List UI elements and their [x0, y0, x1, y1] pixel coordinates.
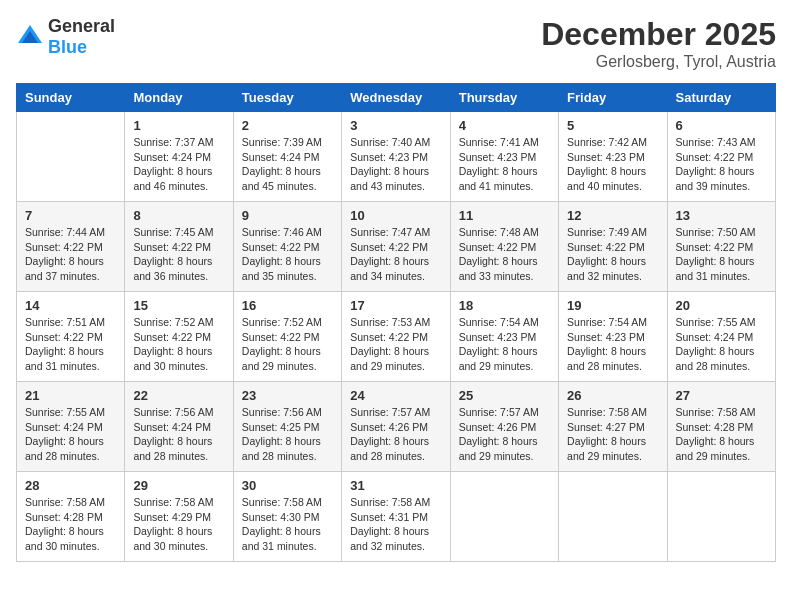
day-number: 6	[676, 118, 767, 133]
day-info: Sunrise: 7:58 AM Sunset: 4:30 PM Dayligh…	[242, 495, 333, 554]
day-cell	[450, 472, 558, 562]
day-info: Sunrise: 7:51 AM Sunset: 4:22 PM Dayligh…	[25, 315, 116, 374]
day-cell: 22Sunrise: 7:56 AM Sunset: 4:24 PM Dayli…	[125, 382, 233, 472]
month-title: December 2025	[541, 16, 776, 53]
day-number: 5	[567, 118, 658, 133]
day-cell: 12Sunrise: 7:49 AM Sunset: 4:22 PM Dayli…	[559, 202, 667, 292]
day-number: 14	[25, 298, 116, 313]
day-cell: 10Sunrise: 7:47 AM Sunset: 4:22 PM Dayli…	[342, 202, 450, 292]
day-number: 18	[459, 298, 550, 313]
day-cell: 3Sunrise: 7:40 AM Sunset: 4:23 PM Daylig…	[342, 112, 450, 202]
day-info: Sunrise: 7:40 AM Sunset: 4:23 PM Dayligh…	[350, 135, 441, 194]
day-info: Sunrise: 7:56 AM Sunset: 4:25 PM Dayligh…	[242, 405, 333, 464]
day-cell: 7Sunrise: 7:44 AM Sunset: 4:22 PM Daylig…	[17, 202, 125, 292]
day-cell: 9Sunrise: 7:46 AM Sunset: 4:22 PM Daylig…	[233, 202, 341, 292]
day-info: Sunrise: 7:58 AM Sunset: 4:29 PM Dayligh…	[133, 495, 224, 554]
day-info: Sunrise: 7:42 AM Sunset: 4:23 PM Dayligh…	[567, 135, 658, 194]
day-info: Sunrise: 7:58 AM Sunset: 4:28 PM Dayligh…	[25, 495, 116, 554]
day-info: Sunrise: 7:55 AM Sunset: 4:24 PM Dayligh…	[25, 405, 116, 464]
day-cell: 26Sunrise: 7:58 AM Sunset: 4:27 PM Dayli…	[559, 382, 667, 472]
day-info: Sunrise: 7:54 AM Sunset: 4:23 PM Dayligh…	[459, 315, 550, 374]
day-info: Sunrise: 7:52 AM Sunset: 4:22 PM Dayligh…	[242, 315, 333, 374]
week-row-1: 1Sunrise: 7:37 AM Sunset: 4:24 PM Daylig…	[17, 112, 776, 202]
day-cell: 2Sunrise: 7:39 AM Sunset: 4:24 PM Daylig…	[233, 112, 341, 202]
title-area: December 2025 Gerlosberg, Tyrol, Austria	[541, 16, 776, 71]
day-info: Sunrise: 7:49 AM Sunset: 4:22 PM Dayligh…	[567, 225, 658, 284]
logo-blue: Blue	[48, 37, 87, 57]
day-number: 7	[25, 208, 116, 223]
day-cell: 16Sunrise: 7:52 AM Sunset: 4:22 PM Dayli…	[233, 292, 341, 382]
logo-general: General	[48, 16, 115, 36]
day-info: Sunrise: 7:55 AM Sunset: 4:24 PM Dayligh…	[676, 315, 767, 374]
day-number: 15	[133, 298, 224, 313]
day-number: 17	[350, 298, 441, 313]
logo: General Blue	[16, 16, 115, 58]
day-cell: 23Sunrise: 7:56 AM Sunset: 4:25 PM Dayli…	[233, 382, 341, 472]
day-number: 25	[459, 388, 550, 403]
day-info: Sunrise: 7:58 AM Sunset: 4:31 PM Dayligh…	[350, 495, 441, 554]
day-info: Sunrise: 7:53 AM Sunset: 4:22 PM Dayligh…	[350, 315, 441, 374]
day-cell: 21Sunrise: 7:55 AM Sunset: 4:24 PM Dayli…	[17, 382, 125, 472]
day-number: 3	[350, 118, 441, 133]
week-row-3: 14Sunrise: 7:51 AM Sunset: 4:22 PM Dayli…	[17, 292, 776, 382]
day-info: Sunrise: 7:50 AM Sunset: 4:22 PM Dayligh…	[676, 225, 767, 284]
day-cell: 30Sunrise: 7:58 AM Sunset: 4:30 PM Dayli…	[233, 472, 341, 562]
day-cell: 15Sunrise: 7:52 AM Sunset: 4:22 PM Dayli…	[125, 292, 233, 382]
day-info: Sunrise: 7:56 AM Sunset: 4:24 PM Dayligh…	[133, 405, 224, 464]
day-info: Sunrise: 7:57 AM Sunset: 4:26 PM Dayligh…	[350, 405, 441, 464]
day-cell: 20Sunrise: 7:55 AM Sunset: 4:24 PM Dayli…	[667, 292, 775, 382]
logo-icon	[16, 23, 44, 51]
day-cell: 24Sunrise: 7:57 AM Sunset: 4:26 PM Dayli…	[342, 382, 450, 472]
day-info: Sunrise: 7:52 AM Sunset: 4:22 PM Dayligh…	[133, 315, 224, 374]
day-number: 12	[567, 208, 658, 223]
day-cell: 1Sunrise: 7:37 AM Sunset: 4:24 PM Daylig…	[125, 112, 233, 202]
day-number: 4	[459, 118, 550, 133]
day-number: 16	[242, 298, 333, 313]
header-saturday: Saturday	[667, 84, 775, 112]
day-number: 21	[25, 388, 116, 403]
day-info: Sunrise: 7:45 AM Sunset: 4:22 PM Dayligh…	[133, 225, 224, 284]
day-cell: 4Sunrise: 7:41 AM Sunset: 4:23 PM Daylig…	[450, 112, 558, 202]
day-cell	[559, 472, 667, 562]
header-monday: Monday	[125, 84, 233, 112]
day-cell	[667, 472, 775, 562]
day-cell: 19Sunrise: 7:54 AM Sunset: 4:23 PM Dayli…	[559, 292, 667, 382]
header-row: SundayMondayTuesdayWednesdayThursdayFrid…	[17, 84, 776, 112]
calendar-table: SundayMondayTuesdayWednesdayThursdayFrid…	[16, 83, 776, 562]
day-cell: 27Sunrise: 7:58 AM Sunset: 4:28 PM Dayli…	[667, 382, 775, 472]
day-cell: 31Sunrise: 7:58 AM Sunset: 4:31 PM Dayli…	[342, 472, 450, 562]
week-row-5: 28Sunrise: 7:58 AM Sunset: 4:28 PM Dayli…	[17, 472, 776, 562]
header-wednesday: Wednesday	[342, 84, 450, 112]
week-row-4: 21Sunrise: 7:55 AM Sunset: 4:24 PM Dayli…	[17, 382, 776, 472]
day-number: 30	[242, 478, 333, 493]
day-cell: 13Sunrise: 7:50 AM Sunset: 4:22 PM Dayli…	[667, 202, 775, 292]
day-number: 8	[133, 208, 224, 223]
header-thursday: Thursday	[450, 84, 558, 112]
day-info: Sunrise: 7:44 AM Sunset: 4:22 PM Dayligh…	[25, 225, 116, 284]
day-number: 26	[567, 388, 658, 403]
day-info: Sunrise: 7:58 AM Sunset: 4:27 PM Dayligh…	[567, 405, 658, 464]
day-number: 28	[25, 478, 116, 493]
day-info: Sunrise: 7:54 AM Sunset: 4:23 PM Dayligh…	[567, 315, 658, 374]
day-number: 10	[350, 208, 441, 223]
header-friday: Friday	[559, 84, 667, 112]
week-row-2: 7Sunrise: 7:44 AM Sunset: 4:22 PM Daylig…	[17, 202, 776, 292]
day-number: 13	[676, 208, 767, 223]
day-number: 20	[676, 298, 767, 313]
day-number: 31	[350, 478, 441, 493]
header-sunday: Sunday	[17, 84, 125, 112]
day-number: 22	[133, 388, 224, 403]
day-cell: 8Sunrise: 7:45 AM Sunset: 4:22 PM Daylig…	[125, 202, 233, 292]
logo-text: General Blue	[48, 16, 115, 58]
day-number: 29	[133, 478, 224, 493]
day-cell: 5Sunrise: 7:42 AM Sunset: 4:23 PM Daylig…	[559, 112, 667, 202]
day-cell: 18Sunrise: 7:54 AM Sunset: 4:23 PM Dayli…	[450, 292, 558, 382]
day-info: Sunrise: 7:37 AM Sunset: 4:24 PM Dayligh…	[133, 135, 224, 194]
day-number: 23	[242, 388, 333, 403]
day-cell: 25Sunrise: 7:57 AM Sunset: 4:26 PM Dayli…	[450, 382, 558, 472]
day-info: Sunrise: 7:57 AM Sunset: 4:26 PM Dayligh…	[459, 405, 550, 464]
day-info: Sunrise: 7:43 AM Sunset: 4:22 PM Dayligh…	[676, 135, 767, 194]
day-number: 24	[350, 388, 441, 403]
header-tuesday: Tuesday	[233, 84, 341, 112]
day-info: Sunrise: 7:48 AM Sunset: 4:22 PM Dayligh…	[459, 225, 550, 284]
